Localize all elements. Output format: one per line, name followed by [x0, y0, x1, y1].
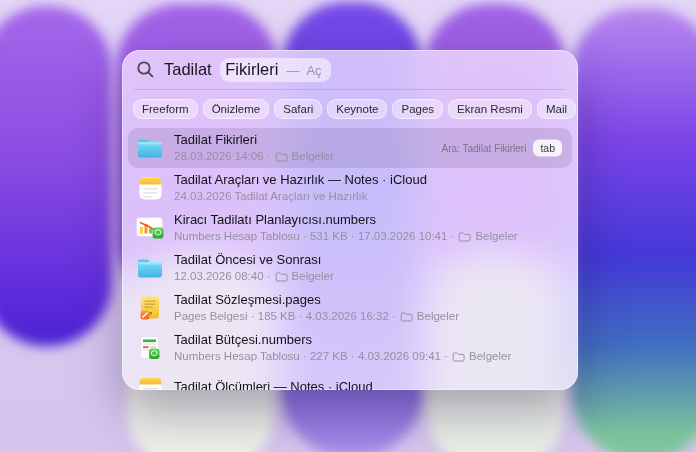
blue-folder-icon: [136, 258, 164, 279]
wallpaper-capsule: [572, 8, 696, 452]
search-hint: Ara: Tadilat Fikirleri tab: [442, 140, 562, 157]
result-subtitle: 24.03.2026 Tadilat Araçları ve Hazırlık: [174, 189, 427, 204]
filter-chip-pages[interactable]: Pages: [392, 99, 443, 119]
search-query-prefix: Tadilat: [164, 60, 216, 79]
filter-chip-onizleme[interactable]: Önizleme: [203, 99, 270, 119]
result-location: Belgeler: [292, 269, 334, 284]
filter-chip-ekran-resmi[interactable]: Ekran Resmi: [448, 99, 532, 119]
filter-chip-safari[interactable]: Safari: [274, 99, 322, 119]
suggestion-separator: —: [286, 63, 299, 78]
result-location: Belgeler: [292, 149, 334, 164]
result-row-tadilat-oncesi[interactable]: Tadilat Öncesi ve Sonrası 12.03.2026 08:…: [128, 248, 572, 288]
wallpaper-capsule: [0, 6, 112, 346]
result-title: Tadilat Öncesi ve Sonrası: [174, 252, 334, 269]
search-icon: [136, 60, 155, 79]
spotlight-window: Tadilat Fikirleri — Aç Freeform Önizleme…: [122, 50, 578, 390]
numbers-document-icon: [136, 217, 164, 239]
result-row-tadilat-sozlesmesi[interactable]: Tadilat Sözleşmesi.pages Pages Belgesi ·…: [128, 288, 572, 328]
result-title: Kiracı Tadilatı Planlayıcısı.numbers: [174, 212, 518, 229]
notes-icon: [136, 377, 164, 391]
folder-glyph-icon: [400, 312, 413, 322]
result-subtitle: 12.03.2026 08:40 · Belgeler: [174, 269, 334, 284]
pages-document-icon: [136, 296, 164, 320]
desktop-wallpaper: Tadilat Fikirleri — Aç Freeform Önizleme…: [0, 0, 696, 452]
tab-key-badge: tab: [533, 140, 562, 157]
folder-glyph-icon: [275, 152, 288, 162]
result-subtitle: Pages Belgesi · 185 KB · 4.03.2026 16:32…: [174, 309, 459, 324]
folder-glyph-icon: [458, 232, 471, 242]
result-row-kiraci-tadilati[interactable]: Kiracı Tadilatı Planlayıcısı.numbers Num…: [128, 208, 572, 248]
blue-folder-icon: [136, 138, 164, 159]
suggestion-action-label: Aç: [306, 63, 321, 78]
result-row-tadilat-olcumleri[interactable]: Tadilat Ölçümleri — Notes · iCloud: [128, 368, 572, 390]
hint-label: Ara: Tadilat Fikirleri: [442, 143, 527, 154]
result-location: Belgeler: [469, 349, 511, 364]
search-input[interactable]: Tadilat Fikirleri — Aç: [122, 50, 578, 89]
filter-chip-mail[interactable]: Mail: [537, 99, 576, 119]
filter-chip-freeform[interactable]: Freeform: [133, 99, 198, 119]
result-title: Tadilat Araçları ve Hazırlık — Notes · i…: [174, 172, 427, 189]
result-row-tadilat-araclari[interactable]: Tadilat Araçları ve Hazırlık — Notes · i…: [128, 168, 572, 208]
search-query-completion: Fikirleri: [225, 60, 278, 79]
result-title: Tadilat Bütçesi.numbers: [174, 332, 511, 349]
result-subtitle: Numbers Hesap Tablosu · 227 KB · 4.03.20…: [174, 349, 511, 364]
folder-glyph-icon: [275, 272, 288, 282]
result-location: Belgeler: [475, 229, 517, 244]
result-title: Tadilat Fikirleri: [174, 132, 334, 149]
result-title: Tadilat Sözleşmesi.pages: [174, 292, 459, 309]
filter-chip-bar: Freeform Önizleme Safari Keynote Pages E…: [122, 90, 578, 127]
result-subtitle: Numbers Hesap Tablosu · 531 KB · 17.03.2…: [174, 229, 518, 244]
numbers-document-icon: [136, 336, 164, 360]
result-subtitle: 28.03.2026 14:06 · Belgeler: [174, 149, 334, 164]
notes-icon: [136, 177, 164, 200]
result-row-tadilat-fikirleri[interactable]: Tadilat Fikirleri 28.03.2026 14:06 · Bel…: [128, 128, 572, 168]
filter-chip-keynote[interactable]: Keynote: [327, 99, 387, 119]
search-suggestion-pill[interactable]: Fikirleri — Aç: [220, 58, 330, 82]
folder-glyph-icon: [452, 352, 465, 362]
search-results-list: Tadilat Fikirleri 28.03.2026 14:06 · Bel…: [122, 127, 578, 390]
result-title: Tadilat Ölçümleri — Notes · iCloud: [174, 379, 373, 390]
result-location: Belgeler: [417, 309, 459, 324]
result-row-tadilat-butcesi[interactable]: Tadilat Bütçesi.numbers Numbers Hesap Ta…: [128, 328, 572, 368]
